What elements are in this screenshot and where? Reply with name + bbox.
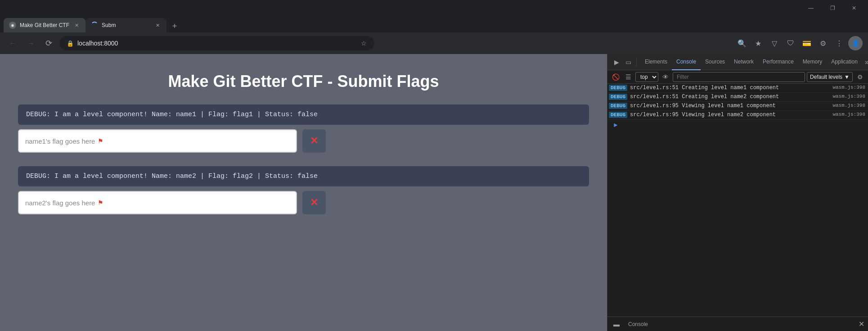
more-icon[interactable]: ⋮ bbox=[832, 36, 846, 50]
back-button[interactable]: ← bbox=[5, 36, 20, 50]
console-msg-2: src/level.rs:51 Creating level name2 com… bbox=[630, 94, 829, 100]
submit-button-2[interactable]: ✕ bbox=[302, 191, 326, 214]
console-row-4: DEBUG src/level.rs:95 Viewing level name… bbox=[607, 111, 868, 120]
maximize-button[interactable]: ❐ bbox=[822, 0, 843, 16]
flag-icon-2: ⚑ bbox=[98, 199, 103, 206]
console-toolbar: 🚫 ☰ top 👁 Default levels ▼ ⚙ bbox=[607, 70, 868, 84]
console-src-2[interactable]: wasm.js:398 bbox=[829, 94, 865, 99]
console-src-4[interactable]: wasm.js:398 bbox=[829, 112, 865, 117]
devtools-tab-bar: ▶ ▭ Elements Console Sources Network Per… bbox=[607, 54, 868, 70]
devtools-panel: ▶ ▭ Elements Console Sources Network Per… bbox=[607, 54, 868, 331]
tab-application[interactable]: Application bbox=[827, 54, 862, 70]
tab-performance[interactable]: Performance bbox=[758, 54, 798, 70]
tab-title-1: Make Git Better CTF bbox=[20, 22, 69, 28]
console-msg-1: src/level.rs:51 Creating level name1 com… bbox=[630, 85, 829, 91]
debug-badge-4: DEBUG bbox=[609, 112, 627, 118]
console-src-3[interactable]: wasm.js:398 bbox=[829, 103, 865, 108]
debug-badge-1: DEBUG bbox=[609, 85, 627, 91]
console-filter-icon[interactable]: ☰ bbox=[623, 72, 634, 82]
devtools-inspect-icon[interactable]: ▶ bbox=[611, 57, 622, 68]
filter-input[interactable] bbox=[673, 72, 805, 82]
chevron-down-icon: ▼ bbox=[844, 74, 850, 80]
close-button[interactable]: ✕ bbox=[844, 0, 864, 16]
bottom-tab-console[interactable]: Console bbox=[625, 319, 651, 329]
tab-close-1[interactable]: ✕ bbox=[73, 22, 80, 29]
puzzle-icon[interactable]: ⚙ bbox=[816, 36, 830, 50]
bookmark-icon[interactable]: ☆ bbox=[358, 38, 369, 49]
page-title: Make Git Better CTF - Submit Flags bbox=[18, 72, 589, 91]
levels-label: Default levels bbox=[810, 74, 842, 80]
tab-close-2[interactable]: ✕ bbox=[154, 22, 161, 29]
forward-button[interactable]: → bbox=[23, 36, 38, 50]
search-icon[interactable]: 🔍 bbox=[735, 36, 749, 50]
new-tab-button[interactable]: + bbox=[168, 20, 181, 32]
context-selector[interactable]: top bbox=[635, 72, 658, 82]
flag-row-1: name1's flag goes here ⚑ ✕ bbox=[18, 129, 589, 153]
tab-network[interactable]: Network bbox=[729, 54, 758, 70]
tab-elements[interactable]: Elements bbox=[640, 54, 672, 70]
console-arrow-icon[interactable]: ► bbox=[610, 121, 621, 130]
address-text: localhost:8000 bbox=[77, 40, 355, 47]
console-msg-3: src/level.rs:95 Viewing level name1 comp… bbox=[630, 103, 829, 109]
shield-icon[interactable]: 🛡 bbox=[783, 36, 798, 50]
console-output: DEBUG src/level.rs:51 Creating level nam… bbox=[607, 84, 868, 317]
console-row-3: DEBUG src/level.rs:95 Viewing level name… bbox=[607, 102, 868, 111]
x-icon-1: ✕ bbox=[310, 135, 318, 147]
devtools-device-icon[interactable]: ▭ bbox=[623, 57, 634, 68]
flag-input-2[interactable]: name2's flag goes here ⚑ bbox=[18, 191, 297, 214]
tab-1[interactable]: ◉ Make Git Better CTF ✕ bbox=[4, 18, 85, 32]
devtools-drawer-icon[interactable]: ▬ bbox=[611, 319, 622, 330]
profile-avatar[interactable]: 👤 bbox=[848, 36, 863, 50]
console-msg-4: src/level.rs:95 Viewing level name2 comp… bbox=[630, 112, 829, 118]
tab-title-2: Subm bbox=[102, 22, 150, 28]
flag-input-1[interactable]: name1's flag goes here ⚑ bbox=[18, 129, 297, 153]
web-content: Make Git Better CTF - Submit Flags DEBUG… bbox=[0, 54, 607, 331]
devtools-bottom-bar: ▬ Console ✕ bbox=[607, 317, 868, 331]
tab-favicon-1: ◉ bbox=[9, 22, 16, 29]
console-row-1: DEBUG src/level.rs:51 Creating level nam… bbox=[607, 84, 868, 93]
debug-badge-2: DEBUG bbox=[609, 94, 627, 100]
debug-banner-2: DEBUG: I am a level component! Name: nam… bbox=[18, 166, 589, 186]
tab-memory[interactable]: Memory bbox=[798, 54, 827, 70]
address-field[interactable]: 🔒 localhost:8000 ☆ bbox=[59, 36, 374, 50]
tab-console[interactable]: Console bbox=[672, 54, 701, 70]
eye-icon[interactable]: 👁 bbox=[660, 72, 671, 82]
console-src-1[interactable]: wasm.js:398 bbox=[829, 85, 865, 90]
wallet-icon[interactable]: 💳 bbox=[800, 36, 814, 50]
levels-selector[interactable]: Default levels ▼ bbox=[807, 72, 853, 82]
reload-button[interactable]: ⟳ bbox=[41, 36, 56, 50]
debug-badge-3: DEBUG bbox=[609, 103, 627, 109]
level-block-1: DEBUG: I am a level component! Name: nam… bbox=[18, 104, 589, 153]
console-arrow-row: ► bbox=[607, 120, 868, 131]
minimize-button[interactable]: — bbox=[801, 0, 821, 16]
bottom-close-button[interactable]: ✕ bbox=[859, 320, 864, 328]
level-block-2: DEBUG: I am a level component! Name: nam… bbox=[18, 166, 589, 214]
lock-icon: 🔒 bbox=[67, 40, 74, 47]
star-icon[interactable]: ★ bbox=[751, 36, 765, 50]
submit-button-1[interactable]: ✕ bbox=[302, 129, 326, 153]
extension-icon[interactable]: ▽ bbox=[767, 36, 782, 50]
flag-row-2: name2's flag goes here ⚑ ✕ bbox=[18, 191, 589, 214]
tab-loading-2 bbox=[91, 22, 98, 29]
flag-placeholder-1: name1's flag goes here ⚑ bbox=[25, 137, 103, 145]
console-row-2: DEBUG src/level.rs:51 Creating level nam… bbox=[607, 93, 868, 102]
flag-placeholder-2: name2's flag goes here ⚑ bbox=[25, 199, 103, 207]
clear-console-icon[interactable]: 🚫 bbox=[610, 72, 621, 82]
flag-icon-1: ⚑ bbox=[98, 137, 103, 145]
tab-2[interactable]: Subm ✕ bbox=[85, 18, 166, 32]
tab-sources[interactable]: Sources bbox=[701, 54, 729, 70]
devtools-more-button[interactable]: » bbox=[862, 58, 868, 66]
debug-banner-1: DEBUG: I am a level component! Name: nam… bbox=[18, 104, 589, 125]
console-settings-icon[interactable]: ⚙ bbox=[855, 72, 865, 82]
x-icon-2: ✕ bbox=[310, 197, 318, 209]
tab-separator bbox=[636, 58, 637, 67]
